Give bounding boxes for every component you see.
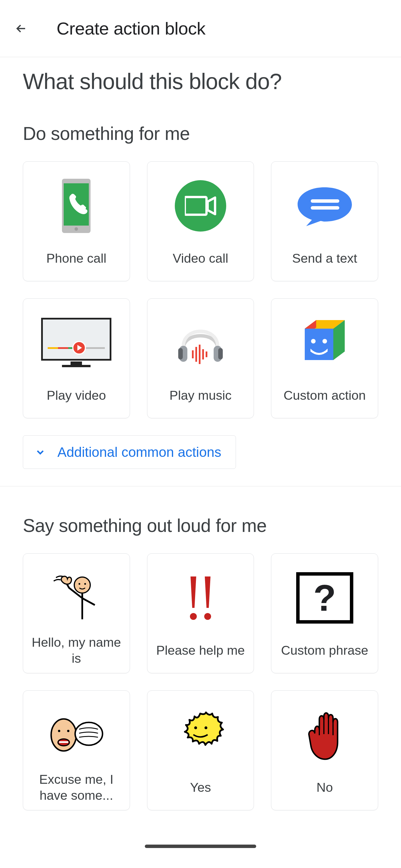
card-label: Please help me <box>147 628 254 673</box>
hello-name-card[interactable]: Hello, my name is <box>23 553 130 673</box>
svg-point-2 <box>74 227 78 231</box>
custom-phrase-card[interactable]: ? Custom phrase <box>271 553 378 673</box>
card-label: Custom action <box>271 373 378 418</box>
please-help-card[interactable]: Please help me <box>147 553 254 673</box>
svg-point-29 <box>190 613 197 620</box>
svg-rect-20 <box>199 345 201 364</box>
custom-action-card[interactable]: Custom action <box>271 299 378 418</box>
svg-point-26 <box>74 577 90 593</box>
back-arrow-icon[interactable] <box>14 22 28 35</box>
svg-point-37 <box>194 726 197 729</box>
svg-point-36 <box>75 722 102 745</box>
svg-point-30 <box>204 613 211 620</box>
svg-point-32 <box>58 730 60 732</box>
svg-rect-3 <box>185 197 207 215</box>
phone-call-card[interactable]: Phone call <box>23 161 130 281</box>
speaking-face-icon <box>23 705 130 765</box>
card-label: Play video <box>23 373 130 418</box>
do-grid: Phone call Video call <box>23 161 378 418</box>
smiley-sun-icon <box>147 705 254 765</box>
svg-rect-17 <box>218 348 223 360</box>
say-section-title: Say something out loud for me <box>23 515 378 536</box>
play-video-icon <box>23 313 130 373</box>
svg-rect-22 <box>206 351 207 357</box>
svg-rect-11 <box>58 347 68 349</box>
svg-rect-8 <box>62 365 91 367</box>
svg-rect-4 <box>311 199 339 203</box>
video-call-icon <box>147 176 254 236</box>
additional-actions-button[interactable]: Additional common actions <box>23 435 236 469</box>
svg-point-27 <box>79 583 80 585</box>
card-label: No <box>271 765 378 810</box>
svg-point-25 <box>322 339 327 343</box>
card-label: Yes <box>147 765 254 810</box>
play-music-card[interactable]: Play music <box>147 299 254 418</box>
say-grid: Hello, my name is Please help me ? Custo… <box>23 553 378 810</box>
home-indicator[interactable] <box>145 845 256 848</box>
svg-rect-16 <box>178 348 183 360</box>
additional-actions-label: Additional common actions <box>57 444 221 460</box>
no-card[interactable]: No <box>271 690 378 810</box>
svg-rect-19 <box>195 347 197 362</box>
question-heading: What should this block do? <box>23 68 378 94</box>
do-section-title: Do something for me <box>23 123 378 144</box>
chevron-down-icon <box>35 446 46 458</box>
exclamation-icon <box>147 568 254 628</box>
svg-point-28 <box>84 583 86 585</box>
hand-stop-icon <box>271 705 378 765</box>
card-label: Send a text <box>271 236 378 281</box>
svg-rect-23 <box>305 329 333 360</box>
svg-point-33 <box>67 730 69 732</box>
play-music-icon <box>147 313 254 373</box>
send-text-icon <box>271 176 378 236</box>
svg-rect-35 <box>59 741 68 743</box>
yes-card[interactable]: Yes <box>147 690 254 810</box>
card-label: Phone call <box>23 236 130 281</box>
phone-call-icon <box>23 176 130 236</box>
card-label: Hello, my name is <box>23 628 130 673</box>
send-text-card[interactable]: Send a text <box>271 161 378 281</box>
section-divider <box>0 486 401 487</box>
video-call-card[interactable]: Video call <box>147 161 254 281</box>
svg-point-38 <box>205 726 207 729</box>
svg-rect-5 <box>311 206 339 210</box>
question-box-icon: ? <box>271 568 378 628</box>
svg-rect-21 <box>202 349 204 360</box>
svg-point-24 <box>311 339 316 343</box>
content-area: What should this block do? Do something … <box>0 68 401 828</box>
card-label: Custom phrase <box>271 628 378 673</box>
card-label: Play music <box>147 373 254 418</box>
svg-rect-10 <box>48 347 58 349</box>
custom-action-icon <box>271 313 378 373</box>
card-label: Excuse me, I have some... <box>23 765 130 810</box>
card-label: Video call <box>147 236 254 281</box>
excuse-me-card[interactable]: Excuse me, I have some... <box>23 690 130 810</box>
page-title: Create action block <box>57 18 205 38</box>
hello-icon <box>23 568 130 628</box>
svg-rect-18 <box>192 350 194 358</box>
play-video-card[interactable]: Play video <box>23 299 130 418</box>
app-header: Create action block <box>0 0 401 57</box>
svg-rect-7 <box>70 362 82 365</box>
